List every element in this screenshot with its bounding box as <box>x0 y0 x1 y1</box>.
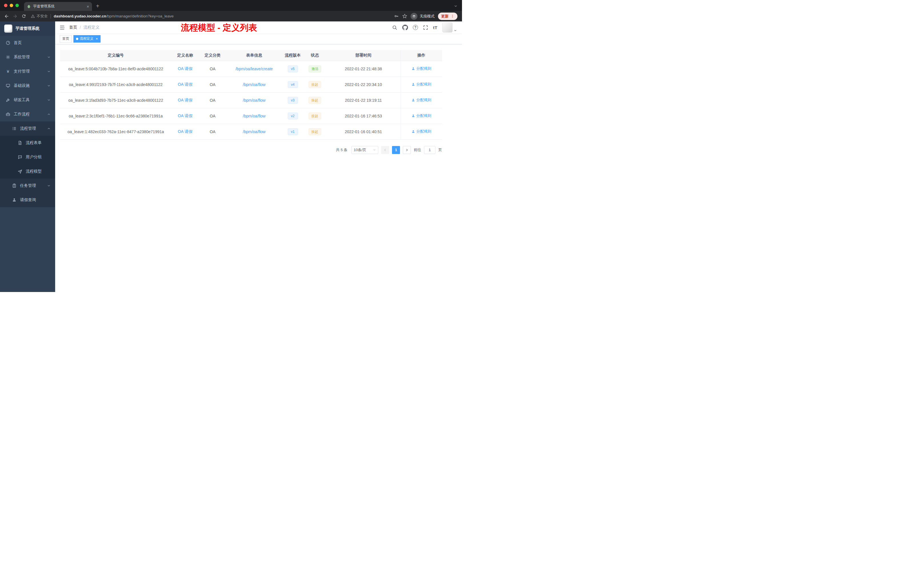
assign-rule-link[interactable]: 分配规则 <box>411 113 431 118</box>
definition-id-cell: oa_leave:2:3c1f0ef1-76b1-11ec-9c66-a2380… <box>60 108 172 124</box>
list-icon <box>12 126 16 131</box>
key-icon[interactable] <box>394 14 399 18</box>
column-header: 状态 <box>304 50 326 61</box>
browser-tab[interactable]: 芋道管理系统 × <box>24 2 92 11</box>
wrench-icon <box>6 98 10 102</box>
sidebar-item-system[interactable]: 系统管理 <box>0 50 55 64</box>
sidebar-item-label: 流程模型 <box>26 169 42 174</box>
sidebar-item-infrastructure[interactable]: 基础设施 <box>0 79 55 93</box>
fullscreen-icon[interactable] <box>423 25 428 30</box>
form-link[interactable]: /bpm/oa/flow <box>243 82 266 87</box>
sidebar-logo[interactable]: 芋道管理系统 <box>0 21 55 36</box>
tab-title: 芋道管理系统 <box>33 4 84 9</box>
form-link[interactable]: /bpm/oa/flow <box>243 129 266 134</box>
sidebar-item-label: 支付管理 <box>14 69 30 74</box>
definition-name-link[interactable]: OA 请假 <box>178 82 192 87</box>
tag-process-definition[interactable]: 流程定义 × <box>73 35 101 43</box>
search-icon[interactable] <box>392 25 398 30</box>
assign-rule-link[interactable]: 分配规则 <box>411 82 431 87</box>
column-header: 表单信息 <box>226 50 282 61</box>
category-cell: OA <box>199 92 226 108</box>
sidebar-item-label: 用户分组 <box>26 155 42 160</box>
tag-close-icon[interactable]: × <box>96 37 98 41</box>
table-row: oa_leave:2:3c1f0ef1-76b1-11ec-9c66-a2380… <box>60 108 442 124</box>
sidebar-item-process-form[interactable]: 流程表单 <box>0 136 55 150</box>
sidebar-item-process-management[interactable]: 流程管理 <box>0 121 55 136</box>
category-cell: OA <box>199 124 226 139</box>
version-badge: v5 <box>288 66 298 72</box>
page-content: 定义编号 定义名称 定义分类 表单信息 流程版本 状态 部署时间 操作 oa_l <box>55 44 462 154</box>
assign-rule-link[interactable]: 分配规则 <box>411 129 431 134</box>
new-tab-button[interactable]: + <box>96 3 99 9</box>
sidebar-item-label: 基础设施 <box>14 83 30 88</box>
form-link[interactable]: /bpm/oa/flow <box>243 114 266 118</box>
form-link[interactable]: /bpm/oa/flow <box>243 98 266 102</box>
tab-search-icon[interactable] <box>454 4 457 9</box>
next-page-button[interactable] <box>403 146 411 154</box>
briefcase-icon <box>6 112 10 117</box>
goto-page-input[interactable] <box>424 146 436 154</box>
definition-name-link[interactable]: OA 请假 <box>178 114 192 118</box>
paper-plane-icon <box>18 169 22 174</box>
form-link[interactable]: /bpm/oa/leave/create <box>236 66 273 71</box>
definition-name-link[interactable]: OA 请假 <box>178 98 192 102</box>
url-host: dashboard.yudao.iocoder.cn <box>54 14 106 18</box>
user-menu[interactable] <box>442 22 457 33</box>
dashboard-icon <box>6 41 10 45</box>
assign-rule-link[interactable]: 分配规则 <box>411 66 431 71</box>
definition-id-cell: oa_leave:3:1fad3d93-7b75-11ec-a3c8-acde4… <box>60 92 172 108</box>
sidebar-item-home[interactable]: 首页 <box>0 36 55 50</box>
column-header: 定义编号 <box>60 50 172 61</box>
address-bar[interactable]: 不安全 dashboard.yudao.iocoder.cn /bpm/mana… <box>31 14 391 19</box>
prev-page-button[interactable] <box>381 146 389 154</box>
avatar[interactable] <box>442 22 452 33</box>
assign-rule-link[interactable]: 分配规则 <box>411 97 431 102</box>
close-window-button[interactable] <box>4 4 7 7</box>
reload-icon[interactable] <box>20 12 28 21</box>
sidebar-item-leave-query[interactable]: 请假查询 <box>0 193 55 207</box>
sidebar-item-task-management[interactable]: 任务管理 <box>0 178 55 193</box>
active-dot <box>76 38 78 40</box>
font-size-icon[interactable]: tT <box>433 25 437 30</box>
chevron-up-icon <box>47 127 51 130</box>
navbar-tools: ? tT <box>392 22 462 33</box>
favicon-icon <box>27 5 31 8</box>
yen-icon: ¥ <box>6 69 10 74</box>
sidebar-item-label: 请假查询 <box>20 198 36 203</box>
breadcrumb-home[interactable]: 首页 <box>69 25 77 30</box>
definition-name-link[interactable]: OA 请假 <box>178 129 192 134</box>
sidebar-item-label: 首页 <box>14 40 22 45</box>
bookmark-star-icon[interactable] <box>402 14 407 18</box>
sidebar-item-dev-tools[interactable]: 研发工具 <box>0 93 55 107</box>
tag-home[interactable]: 首页 <box>60 35 72 43</box>
sidebar-item-payment[interactable]: ¥ 支付管理 <box>0 64 55 79</box>
tab-close-icon[interactable]: × <box>87 4 89 8</box>
tags-view: 首页 流程定义 × <box>55 33 462 44</box>
app-shell: 芋道管理系统 首页 系统管理 ¥ 支付管理 <box>0 21 462 292</box>
forward-icon[interactable] <box>11 12 20 21</box>
deploy-time-cell: 2022-01-16 01:40:51 <box>326 124 401 139</box>
sidebar-item-label: 工作流程 <box>14 112 30 117</box>
page-size-select[interactable]: 10条/页 <box>351 146 378 154</box>
version-badge: v2 <box>288 112 298 119</box>
back-icon[interactable] <box>2 12 11 21</box>
document-icon <box>18 140 22 145</box>
browser-update-button[interactable]: 更新 <box>438 13 457 20</box>
sidebar-item-label: 任务管理 <box>20 183 36 188</box>
definition-name-link[interactable]: OA 请假 <box>178 66 192 71</box>
incognito-indicator: 无痕模式 <box>411 13 435 20</box>
help-icon[interactable]: ? <box>413 25 418 30</box>
more-menu-icon[interactable] <box>450 14 454 18</box>
chevron-down-icon <box>373 148 376 152</box>
chevron-up-icon <box>47 112 51 116</box>
minimize-window-button[interactable] <box>10 4 13 7</box>
zoom-window-button[interactable] <box>15 4 19 7</box>
sidebar-item-workflow[interactable]: 工作流程 <box>0 107 55 121</box>
deploy-time-cell: 2022-01-16 17:46:53 <box>326 108 401 124</box>
sidebar-item-process-model[interactable]: 流程模型 <box>0 164 55 178</box>
current-page-button[interactable]: 1 <box>392 146 400 154</box>
github-icon[interactable] <box>402 25 408 30</box>
table-row: oa_leave:4:991f2193-7b7f-11ec-a3c8-acde4… <box>60 77 442 92</box>
sidebar-item-user-group[interactable]: 用户分组 <box>0 150 55 164</box>
hamburger-icon[interactable] <box>55 25 69 30</box>
